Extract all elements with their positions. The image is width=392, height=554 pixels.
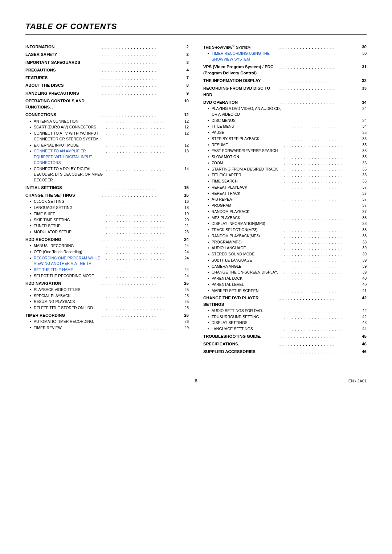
toc-sub-dots: . . . . . . . . . . . . . . . . . . . . … (283, 173, 356, 178)
toc-sub-dots: . . . . . . . . . . . . . . . . . . . . … (283, 197, 356, 203)
toc-sub-label: TIMER RECORDING USING THE SHOWVIEW SYSTE… (212, 51, 283, 62)
toc-entry-label: VPS (Video Program System) / PDC (Progra… (203, 64, 279, 77)
toc-sub-label: SPECIAL PLAYBACK (34, 293, 105, 299)
toc-entry-label: IMPORTANT SAFEGUARDS (25, 59, 101, 66)
toc-page-number: 8 (178, 82, 189, 89)
toc-sub-label: SLOW MOTION (212, 154, 283, 160)
toc-main-entry: TIMER RECORDING . . . . . . . . . . . . … (25, 312, 189, 319)
toc-sub-page: 38 (356, 233, 367, 239)
toc-sub-entry: •PROGRAM . . . . . . . . . . . . . . . .… (203, 203, 367, 209)
toc-sub-dots: . . . . . . . . . . . . . . . . . . . . … (105, 143, 178, 149)
toc-sub-dots: . . . . . . . . . . . . . . . . . . . . … (105, 212, 178, 217)
toc-sub-entry: •LANGUAGE SETTING . . . . . . . . . . . … (25, 205, 189, 211)
toc-sub-entry: •DISPLAY SETTINGS . . . . . . . . . . . … (203, 320, 367, 326)
toc-sub-dots: . . . . . . . . . . . . . . . . . . . . … (283, 234, 356, 239)
toc-main-entry: THE INFORMATION DISPLAY . . . . . . . . … (203, 78, 367, 84)
toc-sub-label: TIMER REVIEW (34, 325, 105, 331)
toc-sub-page: 36 (356, 160, 367, 166)
toc-sub-page: 39 (356, 245, 367, 251)
toc-sub-entry: •ZOOM . . . . . . . . . . . . . . . . . … (203, 160, 367, 166)
toc-dots: . . . . . . . . . . . . . . . . . . . (279, 100, 356, 106)
toc-dots: . . . . . . . . . . . . . . . . . . . (101, 193, 178, 199)
toc-sub-label: RANDOM PLAYBACK (212, 209, 283, 215)
toc-main-entry: THE SHOWVIEW® SYSTEM . . . . . . . . . .… (203, 44, 367, 50)
toc-sub-dots: . . . . . . . . . . . . . . . . . . . . … (283, 264, 356, 270)
toc-sub-entry: •STARTING FROM A DESIRED TRACK . . . . .… (203, 167, 367, 172)
toc-sub-label: RESUMING PLAYBACK (34, 299, 105, 305)
toc-sub-page: 24 (178, 273, 189, 279)
toc-sub-dots: . . . . . . . . . . . . . . . . . . . . … (105, 205, 178, 211)
toc-sub-entry: •SCART (EURO A/V) CONNECTORS . . . . . .… (25, 124, 189, 130)
toc-main-entry: ABOUT THE DISCS . . . . . . . . . . . . … (25, 82, 189, 89)
toc-sub-entry: •PLAYING A DVD VIDEO, AN AUDIO CD, OR A … (203, 106, 367, 118)
toc-sub-page: 24 (178, 249, 189, 255)
toc-section: SPECIFICATIONS. . . . . . . . . . . . . … (203, 341, 367, 347)
toc-main-entry: LASER SAFETY . . . . . . . . . . . . . .… (25, 52, 189, 58)
toc-main-entry: TROUBLESHOOTING GUIDE. . . . . . . . . .… (203, 333, 367, 340)
toc-entry-label: THE SHOWVIEW® SYSTEM (203, 44, 279, 50)
toc-sub-entry: •RESUMING PLAYBACK . . . . . . . . . . .… (25, 299, 189, 305)
toc-sub-page: 25 (178, 293, 189, 299)
toc-sub-entry: •CHANGE THE ON-SCREEN DISPLAY. . . . . .… (203, 270, 367, 275)
toc-main-entry: VPS (Video Program System) / PDC (Progra… (203, 64, 367, 77)
toc-entry-label: DVD OPERATION (203, 99, 279, 106)
toc-sub-dots: . . . . . . . . . . . . . . . . . . . . … (283, 130, 356, 136)
toc-sub-label: RANDOM PLAYBACK(MP3) (212, 233, 283, 239)
toc-sub-label: STEP BY STEP PLAYBACK (212, 136, 283, 142)
toc-sub-label: CHANGE THE ON-SCREEN DISPLAY. (212, 270, 283, 275)
toc-sub-dots: . . . . . . . . . . . . . . . . . . . . … (283, 185, 356, 191)
toc-sub-label: PARENTAL LOCK (212, 276, 283, 282)
toc-sub-label: RESUME (212, 142, 283, 148)
toc-sub-entry: •SPECIAL PLAYBACK . . . . . . . . . . . … (25, 293, 189, 299)
toc-sub-dots: . . . . . . . . . . . . . . . . . . . . … (105, 250, 178, 255)
toc-sub-page: 38 (356, 221, 367, 227)
toc-sub-entry: •PARENTAL LEVEL . . . . . . . . . . . . … (203, 282, 367, 288)
toc-sub-dots: . . . . . . . . . . . . . . . . . . . . … (105, 125, 178, 131)
toc-sub-dots: . . . . . . . . . . . . . . . . . . . . … (283, 51, 356, 63)
toc-sub-entry: •SELECT THE RECORDING MODE . . . . . . .… (25, 273, 189, 279)
toc-sub-dots: . . . . . . . . . . . . . . . . . . . . … (283, 240, 356, 246)
toc-entry-label: HDD NAVIGATION (25, 280, 101, 287)
toc-sub-page: 40 (356, 282, 367, 288)
toc-dots: . . . . . . . . . . . . . . . . . . . (101, 44, 178, 50)
toc-sub-entry: •TRUSURROUND SETTING . . . . . . . . . .… (203, 314, 367, 320)
toc-sub-entry: •PAUSE . . . . . . . . . . . . . . . . .… (203, 130, 367, 136)
toc-sub-dots: . . . . . . . . . . . . . . . . . . . . … (105, 256, 178, 267)
toc-sub-page: 42 (356, 314, 367, 320)
toc-sub-label: CLOCK SETTING (34, 199, 105, 205)
toc-main-entry: OPERATING CONTROLS AND FUNCTIONS. .10 (25, 98, 189, 111)
toc-sub-label: STARTING FROM A DESIRED TRACK (212, 167, 283, 172)
toc-entry-label: PRECAUTIONS (25, 67, 101, 73)
toc-sub-entry: •RANDOM PLAYBACK . . . . . . . . . . . .… (203, 209, 367, 215)
toc-sub-label: TITLE/CHAPTER (212, 172, 283, 178)
toc-dots: . . . . . . . . . . . . . . . . . . . (279, 295, 356, 308)
toc-entry-label: THE INFORMATION DISPLAY (203, 78, 279, 84)
toc-sub-label: ZOOM (212, 160, 283, 166)
toc-sub-entry: •AUDIO LANGUAGE . . . . . . . . . . . . … (203, 245, 367, 251)
toc-sub-label: LANGUAGE SETTINGS (212, 326, 283, 332)
toc-sub-page: 39 (356, 264, 367, 270)
toc-sub-page: 35 (356, 130, 367, 136)
toc-sub-dots: . . . . . . . . . . . . . . . . . . . . … (105, 218, 178, 223)
toc-sub-dots: . . . . . . . . . . . . . . . . . . . . … (105, 299, 178, 305)
toc-page-number: 12 (178, 112, 189, 118)
toc-sub-entry: •TIMER RECORDING USING THE SHOWVIEW SYST… (203, 51, 367, 62)
toc-section: TIMER RECORDING . . . . . . . . . . . . … (25, 312, 189, 331)
toc-sub-dots: . . . . . . . . . . . . . . . . . . . . … (105, 274, 178, 279)
toc-sub-dots: . . . . . . . . . . . . . . . . . . . . … (283, 258, 356, 264)
toc-main-entry: DVD OPERATION . . . . . . . . . . . . . … (203, 99, 367, 106)
toc-sub-dots: . . . . . . . . . . . . . . . . . . . . … (283, 282, 356, 288)
toc-section: ABOUT THE DISCS . . . . . . . . . . . . … (25, 82, 189, 89)
toc-page-number: 42 (356, 295, 367, 308)
toc-section: VPS (Video Program System) / PDC (Progra… (203, 64, 367, 77)
toc-sub-label: PLAYBACK VIDEO TITLES (34, 287, 105, 293)
toc-sub-entry: •STEP BY STEP PLAYBACK . . . . . . . . .… (203, 136, 367, 142)
toc-sub-entry: •SLOW MOTION . . . . . . . . . . . . . .… (203, 154, 367, 160)
toc-sub-entry: •STEREO SOUND MODE . . . . . . . . . . .… (203, 251, 367, 257)
toc-sub-label: RECORDING ONE PROGRAM WHILE VIEWING ANOT… (34, 255, 105, 267)
toc-entry-label: CONNECTIONS (25, 112, 101, 118)
toc-dots: . . . . . . . . . . . . . . . . . . . (101, 67, 178, 74)
toc-dots: . . . . . . . . . . . . . . . . . . . (101, 52, 178, 58)
toc-entry-label: TROUBLESHOOTING GUIDE. (203, 333, 279, 340)
toc-main-entry: CHANGE THE DVD PLAYER SETTINGS . . . . .… (203, 295, 367, 308)
